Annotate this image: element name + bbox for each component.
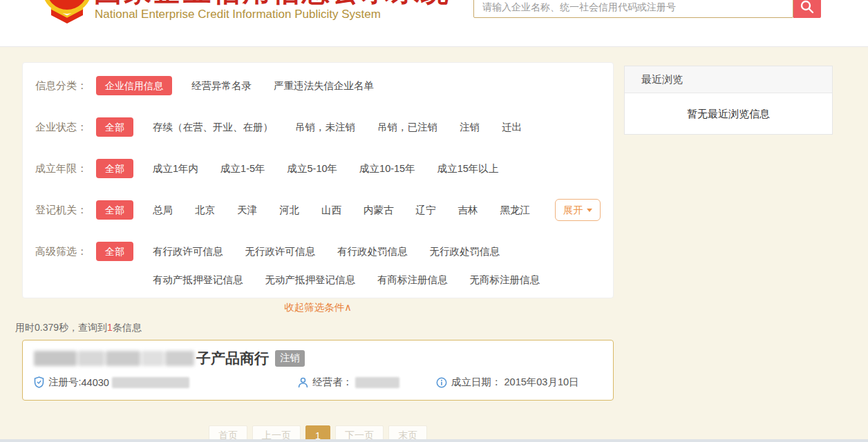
- collapse-filters-link[interactable]: 收起筛选条件∧: [22, 301, 614, 314]
- founded-date: 成立日期： 2015年03月10日: [436, 376, 579, 389]
- result-count: 1: [107, 322, 113, 333]
- founded-label: 成立日期：: [451, 376, 502, 389]
- founded-value: 2015年03月10日: [504, 376, 579, 389]
- filter-option[interactable]: 成立1年内: [153, 162, 198, 175]
- filter-option[interactable]: 有行政处罚信息: [337, 245, 408, 258]
- filter-row-advanced-2: 有动产抵押登记信息无动产抵押登记信息有商标注册信息无商标注册信息: [35, 268, 601, 291]
- reg-no-label: 注册号:: [48, 376, 82, 389]
- result-meta-suffix: 条信息: [113, 322, 142, 333]
- expand-label: 展开: [563, 204, 583, 217]
- company-name-row: 子产品商行 注销: [34, 349, 305, 368]
- recently-viewed-empty-text: 暂无最近浏览信息: [625, 93, 832, 135]
- filter-option[interactable]: 迁出: [502, 121, 522, 134]
- filter-selected-pill[interactable]: 全部: [96, 159, 133, 178]
- chevron-down-icon: [587, 209, 592, 212]
- filter-option[interactable]: 经营异常名录: [191, 79, 252, 93]
- filter-option[interactable]: 吉林: [458, 204, 478, 217]
- filter-option[interactable]: 成立1-5年: [220, 162, 265, 175]
- collapse-filters-label: 收起筛选条件: [284, 302, 344, 313]
- filter-selected-pill[interactable]: 全部: [96, 242, 133, 261]
- filter-selected-pill[interactable]: 企业信用信息: [96, 76, 172, 95]
- info-icon: [436, 377, 447, 388]
- national-emblem-logo: [43, 0, 91, 23]
- redacted-operator-blur: [355, 377, 399, 388]
- filter-option[interactable]: 辽宁: [416, 204, 436, 217]
- result-card[interactable]: 子产品商行 注销 注册号: 44030 经营者： 成立日期： 2015年03月1…: [22, 340, 614, 401]
- person-icon: [298, 377, 308, 388]
- status-badge: 注销: [275, 350, 305, 366]
- filter-option[interactable]: 北京: [195, 204, 215, 217]
- filter-row-advanced: 高级筛选： 全部 有行政许可信息无行政许可信息有行政处罚信息无行政处罚信息: [35, 240, 601, 263]
- result-meta: 用时0.379秒，查询到1条信息: [15, 322, 142, 334]
- redacted-reg-no-blur: [112, 377, 189, 388]
- filter-label: 登记机关：: [35, 204, 96, 217]
- filter-option[interactable]: 无行政许可信息: [245, 245, 316, 258]
- filter-option[interactable]: 无动产抵押登记信息: [265, 273, 356, 287]
- filter-label: 企业状态：: [35, 121, 96, 134]
- filter-option[interactable]: 总局: [153, 204, 173, 217]
- collapse-caret-icon: ∧: [344, 302, 352, 313]
- shield-icon: [34, 376, 44, 388]
- site-title-english: National Enterprise Credit Information P…: [95, 8, 381, 21]
- filter-option[interactable]: 无行政处罚信息: [430, 245, 500, 258]
- company-name[interactable]: 子产品商行: [196, 349, 269, 368]
- search-icon: [800, 0, 815, 15]
- filter-option[interactable]: 成立5-10年: [287, 162, 338, 175]
- filter-option[interactable]: 山西: [321, 204, 341, 217]
- expand-button[interactable]: 展开: [555, 199, 601, 221]
- header: 国家企业信用信息公示系统 National Enterprise Credit …: [0, 0, 868, 47]
- filter-option[interactable]: 注销: [460, 121, 480, 134]
- filter-option[interactable]: 存续（在营、开业、在册）: [153, 121, 273, 134]
- recently-viewed-panel: 最近浏览 暂无最近浏览信息: [624, 66, 833, 135]
- filter-row-info-category: 信息分类： 企业信用信息 经营异常名录严重违法失信企业名单: [35, 74, 601, 97]
- filter-option[interactable]: 吊销，已注销: [377, 121, 437, 134]
- site-title-chinese: 国家企业信用信息公示系统: [94, 0, 451, 5]
- recently-viewed-title: 最近浏览: [625, 66, 832, 93]
- filter-option[interactable]: 吊销，未注销: [295, 121, 355, 134]
- filter-option[interactable]: 有行政许可信息: [153, 245, 223, 258]
- filter-option[interactable]: 天津: [237, 204, 257, 217]
- filter-option[interactable]: 有动产抵押登记信息: [153, 273, 243, 287]
- filter-option[interactable]: 内蒙古: [364, 204, 394, 217]
- filter-row-founding-years: 成立年限： 全部 成立1年内成立1-5年成立5-10年成立10-15年成立15年…: [35, 157, 601, 180]
- result-meta-prefix: 用时0.379秒，查询到: [15, 322, 107, 333]
- filter-label: 信息分类：: [35, 79, 96, 93]
- search-input[interactable]: [473, 0, 793, 18]
- filter-label: 成立年限：: [35, 162, 96, 175]
- filter-option[interactable]: 成立10-15年: [359, 162, 415, 175]
- filter-option[interactable]: 成立15年以上: [437, 162, 499, 175]
- filter-panel: 信息分类： 企业信用信息 经营异常名录严重违法失信企业名单 企业状态： 全部 存…: [22, 62, 614, 298]
- operator-label: 经营者：: [312, 376, 352, 389]
- footer-strip: [0, 439, 868, 442]
- filter-selected-pill[interactable]: 全部: [96, 117, 133, 137]
- registration-number: 注册号: 44030: [34, 376, 189, 389]
- filter-option[interactable]: 无商标注册信息: [470, 273, 540, 287]
- filter-selected-pill[interactable]: 全部: [96, 200, 133, 220]
- filter-row-registration-authority: 登记机关： 全部 总局北京天津河北山西内蒙古辽宁吉林黑龙江 展开: [35, 198, 601, 222]
- filter-option[interactable]: 河北: [279, 204, 299, 217]
- filter-label: 高级筛选：: [35, 245, 96, 258]
- filter-option[interactable]: 黑龙江: [500, 204, 531, 217]
- reg-no-value: 44030: [82, 377, 109, 388]
- filter-option[interactable]: 有商标注册信息: [377, 273, 448, 287]
- redacted-name-blur: [34, 351, 194, 366]
- search-button[interactable]: [793, 0, 821, 18]
- filter-option[interactable]: 严重违法失信企业名单: [274, 79, 374, 93]
- filter-row-enterprise-status: 企业状态： 全部 存续（在营、开业、在册）吊销，未注销吊销，已注销注销迁出: [35, 115, 601, 139]
- operator: 经营者：: [298, 376, 399, 389]
